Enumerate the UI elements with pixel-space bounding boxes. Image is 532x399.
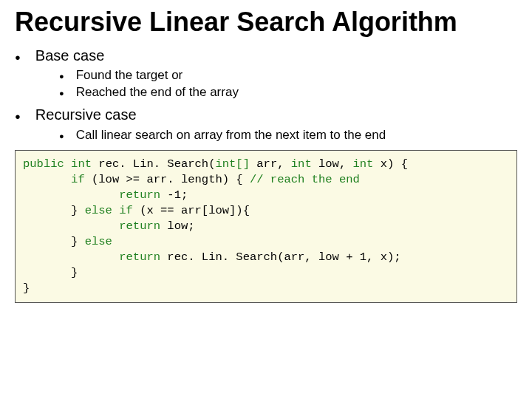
code-block: public int rec. Lin. Search(int[] arr, i… (15, 150, 517, 302)
code-keyword: public (23, 157, 64, 171)
code-keyword: int (291, 157, 312, 171)
list-item-label: Reached the end of the array (76, 85, 239, 100)
bullet-list: ● Base case ● Found the target or ● Reac… (15, 47, 517, 143)
code-text: x) { (373, 157, 408, 171)
list-item: ● Reached the end of the array (59, 85, 517, 100)
list-item: ● Base case ● Found the target or ● Reac… (15, 47, 517, 100)
list-item: ● Call linear search on array from the n… (59, 128, 517, 143)
code-text: low; (160, 219, 195, 233)
code-text: } (23, 282, 30, 295)
list-item-label: Call linear search on array from the nex… (76, 128, 386, 143)
list-item: ● Found the target or (59, 68, 517, 83)
bullet-icon: ● (59, 130, 64, 143)
sub-list: ● Found the target or ● Reached the end … (59, 68, 517, 100)
code-text: (low >= arr. length) { (85, 173, 250, 186)
list-item-label: Recursive case (35, 106, 137, 123)
slide-title: Recursive Linear Search Algorithm (15, 7, 517, 37)
bullet-icon: ● (15, 109, 21, 125)
code-comment: // reach the end (250, 173, 360, 186)
slide: Recursive Linear Search Algorithm ● Base… (0, 0, 532, 318)
list-item: ● Recursive case ● Call linear search on… (15, 106, 517, 143)
bullet-icon: ● (59, 87, 64, 100)
code-text: } (23, 204, 85, 217)
code-text: } (23, 266, 78, 279)
code-text: rec. Lin. Search(arr, low + 1, x); (160, 250, 401, 264)
list-item-label: Base case (35, 47, 104, 64)
code-text: -1; (160, 188, 188, 202)
list-item-label: Found the target or (76, 68, 183, 83)
code-keyword: int (353, 157, 374, 171)
code-keyword: return (23, 250, 160, 264)
code-keyword: return (23, 188, 160, 202)
code-keyword: else (85, 235, 112, 248)
code-keyword: int (64, 157, 92, 171)
bullet-icon: ● (59, 70, 64, 83)
code-text: (x == arr[low]){ (133, 204, 250, 217)
sub-list: ● Call linear search on array from the n… (59, 128, 517, 143)
code-text: } (23, 235, 85, 248)
code-keyword: int[] (215, 157, 250, 171)
code-keyword: if (23, 173, 85, 186)
code-text: low, (312, 157, 353, 171)
code-text: rec. Lin. Search( (92, 157, 215, 171)
code-keyword: else if (85, 204, 133, 217)
code-text: arr, (250, 157, 291, 171)
code-keyword: return (23, 219, 160, 233)
bullet-icon: ● (15, 50, 21, 66)
